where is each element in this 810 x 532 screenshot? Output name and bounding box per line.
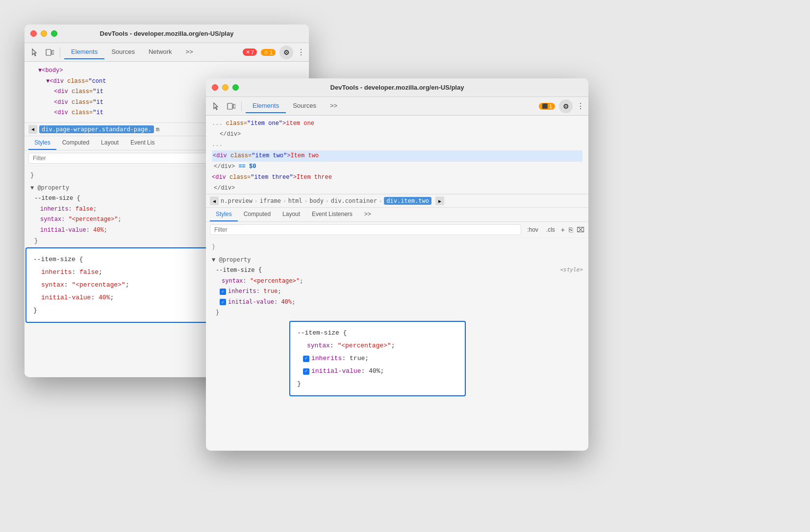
window-title-front: DevTools - developer.mozilla.org/en-US/p… [330,84,464,91]
html-tree-front: ... class="item one">item one </div> ...… [206,116,588,194]
svg-rect-4 [233,104,235,108]
hb-line1-front: --item-size { [297,327,458,339]
tab-sources-back[interactable]: Sources [104,45,142,59]
breadcrumb-item-active-back[interactable]: div.page-wrapper.standard-page. [39,125,154,133]
devtools-toolbar-front: Elements Sources >> ⬛ 1 ⚙ ⋮ [206,97,588,116]
hb-line3-front: inherits: true; [297,352,458,365]
styles-panel-front: Styles Computed Layout Event Listeners >… [206,208,588,324]
breadcrumb-divitemtwo[interactable]: div.item.two [384,197,431,205]
cursor-icon-front[interactable] [210,100,223,113]
separator-1-back [60,48,60,57]
toggle-button[interactable]: ⌧ [577,226,584,234]
breadcrumb-divcontainer[interactable]: div.container [331,197,377,204]
separator-1-front [241,101,242,111]
styles-tabs-front: Styles Computed Layout Event Listeners >… [206,208,588,222]
maximize-button-front[interactable] [232,84,239,91]
hb-line3-back: syntax: "<percentage>"; [33,279,214,291]
cursor-icon-back[interactable] [28,46,41,59]
toolbar-right-front: ⬛ 1 ⚙ ⋮ [539,99,584,113]
hb-line2-back: inherits: false; [33,266,214,279]
hb-line5-back: } [33,304,214,317]
copy-button[interactable]: ⎘ [569,226,573,234]
warning-badge-back: ⚠ 1 [261,49,276,56]
styles-tab-layout-back[interactable]: Layout [95,136,125,150]
minimize-button-back[interactable] [41,30,47,37]
close-button-front[interactable] [212,84,218,91]
minimize-button-front[interactable] [222,84,228,91]
tab-elements-front[interactable]: Elements [246,99,286,113]
breadcrumb-left-arrow-front[interactable]: ◀ [210,196,219,205]
tab-elements-back[interactable]: Elements [64,45,104,59]
error-badge-back: ✕ 7 [243,48,257,56]
styles-tab-computed-back[interactable]: Computed [56,136,95,150]
svg-rect-3 [228,103,232,109]
styles-tab-eventlis-back[interactable]: Event Lis [125,136,160,150]
breadcrumb-html[interactable]: html [288,197,303,204]
breadcrumb-front: ◀ n.preview › iframe › html › body › div… [206,194,588,208]
hb-line4-front: initial-value: 40%; [297,365,458,378]
styles-tab-more-front[interactable]: >> [358,208,377,221]
warning-badge-front: ⬛ 1 [539,103,555,110]
svg-rect-1 [52,50,54,54]
tree-row-div-item-two[interactable]: <div class="item two">Item two [212,150,582,162]
tab-more-back[interactable]: >> [179,45,200,59]
at-property-front: ▼ @property [212,255,582,266]
css-prop-initialvalue-front: initial-value: 40%; [212,297,582,308]
hb-initialvalue-cb [303,368,309,375]
tab-sources-front[interactable]: Sources [286,99,323,113]
toolbar-right-back: ✕ 7 ⚠ 1 ⚙ ⋮ [243,46,305,59]
tree-row-div-item-three: <div class="item three">Item three [212,172,582,183]
cls-button[interactable]: .cls [544,225,557,234]
traffic-lights-back [30,30,57,37]
breadcrumb-body[interactable]: body [309,197,324,204]
hb-inherits-cb [303,356,309,362]
hb-line1-back: --item-size { [33,253,214,266]
maximize-button-back[interactable] [51,30,57,37]
toolbar-tabs-back: Elements Sources Network >> [64,45,241,59]
traffic-lights-front [212,84,239,91]
tree-ellipsis-front: ... [212,140,582,150]
css-prop-syntax-front: syntax: "<percentage>"; [212,276,582,287]
initial-value-checkbox[interactable] [220,299,226,305]
css-prop-inherits-front: inherits: true; [212,286,582,297]
close-button-back[interactable] [30,30,37,37]
styles-content-front: } ▼ @property --item-size { <style> synt… [206,238,588,324]
hb-line5-front: } [297,378,458,390]
breadcrumb-right-arrow-front[interactable]: ▶ [435,196,444,205]
more-button-back[interactable]: ⋮ [297,48,305,57]
tree-row-body: ▼<body> [30,66,303,76]
titlebar-front: DevTools - developer.mozilla.org/en-US/p… [206,78,588,97]
settings-button-back[interactable]: ⚙ [279,46,293,59]
css-selector-front: --item-size { <style> [212,265,582,276]
breadcrumb-npreview[interactable]: n.preview [221,197,253,204]
tree-row-close-div2-eq: </div> == $0 [212,162,582,172]
styles-tab-eventlis-front[interactable]: Event Listeners [306,208,358,221]
devtools-toolbar-back: Elements Sources Network >> ✕ 7 ⚠ 1 ⚙ ⋮ [25,43,309,62]
device-icon-front[interactable] [225,100,237,113]
settings-button-front[interactable]: ⚙ [559,99,573,113]
styles-tab-layout-front[interactable]: Layout [277,208,306,221]
hb-line4-back: initial-value: 40%; [33,291,214,304]
device-icon-back[interactable] [43,46,56,59]
highlight-box-back: --item-size { inherits: false; syntax: "… [25,247,222,323]
tab-more-front[interactable]: >> [323,99,344,113]
filter-row-front: :hov .cls + ⎘ ⌧ [206,222,588,238]
styles-tab-styles-back[interactable]: Styles [28,136,56,150]
styles-tab-computed-front[interactable]: Computed [238,208,277,221]
tree-row-close-div1: </div> [212,129,582,140]
filter-input-front[interactable] [210,224,521,235]
breadcrumb-item-m-back[interactable]: m [156,126,159,133]
svg-rect-0 [46,49,51,55]
more-button-front[interactable]: ⋮ [577,101,584,111]
tree-row-close-div3: </div> [212,183,582,194]
styles-tab-styles-front[interactable]: Styles [210,208,238,221]
breadcrumb-left-arrow-back[interactable]: ◀ [28,125,37,134]
inherits-checkbox[interactable] [220,289,226,295]
hov-button[interactable]: :hov [525,225,540,234]
titlebar-back: DevTools - developer.mozilla.org/en-US/p… [25,24,309,43]
add-rule-button[interactable]: + [561,226,565,234]
tab-network-back[interactable]: Network [142,45,179,59]
css-close-front: } [212,308,582,318]
breadcrumb-iframe[interactable]: iframe [260,197,281,204]
tree-row-div-item-one: ... class="item one">item one [212,119,582,129]
